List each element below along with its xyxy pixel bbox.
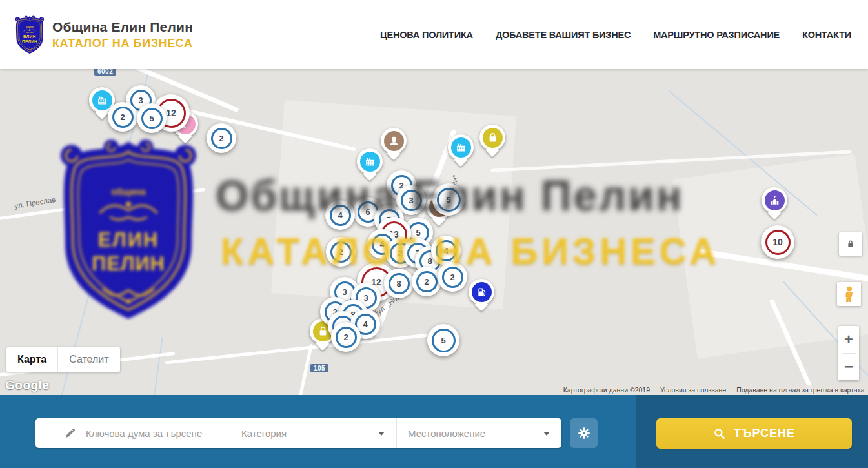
worker-icon: [384, 131, 404, 151]
main-nav: ЦЕНОВА ПОЛИТИКА ДОБАВЕТЕ ВАШИЯТ БИЗНЕС М…: [380, 30, 851, 40]
location-placeholder: Местоположение: [408, 428, 485, 439]
attribution-terms-link[interactable]: Условия за ползване: [660, 386, 726, 394]
keyword-field[interactable]: [35, 418, 230, 448]
church-icon: [765, 190, 785, 210]
advanced-search-button[interactable]: [570, 418, 598, 448]
zoom-control: + −: [838, 326, 859, 380]
cluster-count: 2: [416, 271, 438, 292]
attribution-copyright: Картографски данни ©2019: [563, 386, 650, 394]
map-pin-factory[interactable]: [448, 134, 474, 160]
factory-icon: [360, 152, 380, 172]
zoom-out-button[interactable]: −: [838, 354, 859, 381]
search-fields-group: Категория Местоположение: [35, 418, 561, 448]
map-cluster[interactable]: 8: [384, 269, 414, 298]
map-pin-fuel[interactable]: [469, 279, 494, 305]
map-pin-bag[interactable]: [479, 125, 505, 150]
map-cluster[interactable]: 10: [761, 225, 794, 259]
nav-contacts[interactable]: КОНТАКТИ: [802, 30, 851, 40]
watermark-coat-of-arms: [55, 136, 202, 324]
municipality-logo[interactable]: [14, 15, 45, 55]
page: Община Елин Пелин КАТАЛОГ НА БИЗНЕСА ЦЕН…: [0, 0, 868, 468]
street-view-pegman[interactable]: [837, 282, 861, 306]
map-pin-church[interactable]: [762, 187, 787, 213]
site-subtitle: КАТАЛОГ НА БИЗНЕСА: [52, 37, 193, 50]
google-logo[interactable]: Google: [5, 378, 49, 392]
pegman-icon: [842, 286, 856, 303]
search-icon: [713, 427, 726, 440]
search-submit-button[interactable]: ТЪРСЕНЕ: [656, 418, 852, 449]
site-titles: Община Елин Пелин КАТАЛОГ НА БИЗНЕСА: [52, 19, 193, 50]
map-canvas[interactable]: 6002 105 ул. Преслав бул. „Новосел ции" …: [0, 69, 868, 395]
category-select[interactable]: Категория: [230, 418, 397, 448]
map-type-control: Карта Сателит: [6, 347, 120, 372]
factory-icon: [451, 137, 471, 158]
category-placeholder: Категория: [241, 428, 287, 439]
cluster-count: 10: [765, 230, 791, 255]
map-pin-worker[interactable]: [381, 128, 407, 154]
map-cluster[interactable]: 5: [137, 103, 167, 133]
chevron-down-icon: [543, 432, 550, 436]
nav-add-business[interactable]: ДОБАВЕТЕ ВАШИЯТ БИЗНЕС: [496, 30, 631, 40]
location-select[interactable]: Местоположение: [397, 418, 561, 448]
map-cluster[interactable]: 2: [108, 102, 137, 132]
cluster-count: 2: [211, 128, 232, 149]
keyword-input[interactable]: [86, 428, 215, 439]
search-button-label: ТЪРСЕНЕ: [734, 427, 795, 440]
nav-pricing-policy[interactable]: ЦЕНОВА ПОЛИТИКА: [380, 30, 473, 40]
cluster-count: 2: [112, 107, 134, 128]
gear-icon: [577, 426, 591, 440]
bag-icon: [483, 128, 503, 148]
map-pin-factory[interactable]: [357, 148, 383, 174]
factory-icon: [92, 90, 112, 110]
search-bar: Категория Местоположение: [0, 395, 868, 468]
cluster-count: 2: [336, 327, 357, 348]
map-cluster[interactable]: 2: [207, 123, 236, 153]
attribution-report-link[interactable]: Подаване на сигнал за грешка в картата: [736, 386, 864, 394]
map-type-map-button[interactable]: Карта: [6, 347, 58, 372]
map-cluster[interactable]: 5: [427, 324, 459, 356]
header: Община Елин Пелин КАТАЛОГ НА БИЗНЕСА ЦЕН…: [0, 0, 868, 69]
watermark-title: Община Елин Пелин: [216, 171, 684, 220]
lock-icon: [845, 239, 856, 249]
map-type-satellite-button[interactable]: Сателит: [58, 347, 119, 372]
pencil-icon: [64, 427, 77, 440]
map-attribution: Картографски данни ©2019 Условия за полз…: [560, 385, 868, 395]
zoom-in-button[interactable]: +: [838, 326, 859, 353]
site-title: Община Елин Пелин: [52, 19, 193, 35]
map-cluster[interactable]: 2: [331, 322, 361, 352]
cluster-count: 5: [141, 108, 163, 129]
watermark-subtitle: КАТАЛОГ НА БИЗНЕСА: [221, 229, 720, 272]
nav-route-schedule[interactable]: МАРШРУТНО РАЗПИСАНИЕ: [653, 30, 780, 40]
cluster-count: 5: [432, 329, 456, 352]
chevron-down-icon: [378, 432, 385, 436]
fuel-icon: [472, 282, 492, 302]
map-lock-control[interactable]: [839, 232, 862, 256]
cluster-count: 8: [389, 273, 410, 294]
